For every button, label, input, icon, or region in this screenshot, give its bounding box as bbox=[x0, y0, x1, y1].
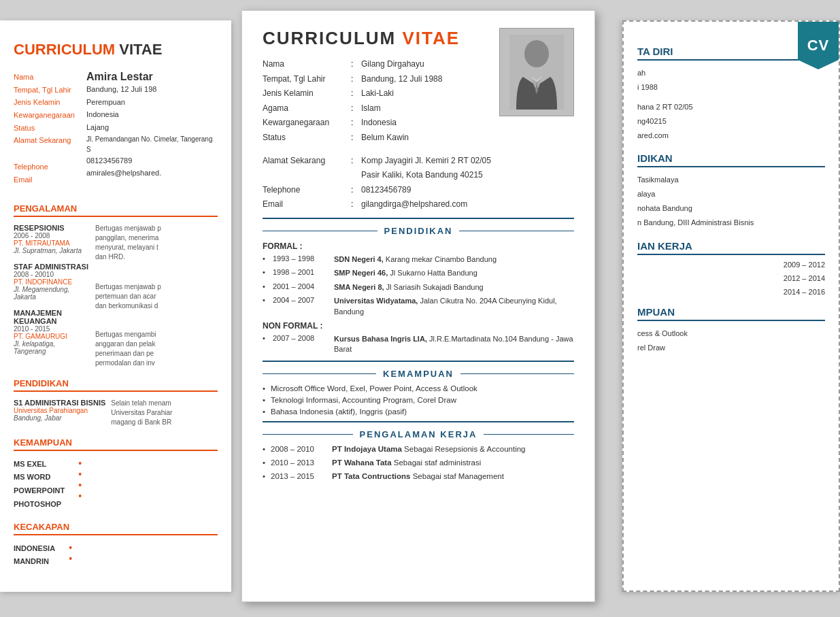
right-section-kemampuan: MPUAN bbox=[637, 306, 825, 321]
center-title: CURRICULUM VITAE bbox=[263, 28, 460, 49]
right-val-2: i 1988 bbox=[637, 80, 825, 95]
center-section-pengalaman: PENGALAMAN KERJA bbox=[263, 429, 574, 439]
job-location-1: Jl. Megamendung, Jakarta bbox=[14, 286, 88, 301]
skill-item-0: • Microsoft Office Word, Exel, Power Poi… bbox=[263, 384, 574, 393]
value-status-c: Belum Kawin bbox=[361, 131, 409, 146]
right-val-addr2: ng40215 bbox=[637, 114, 825, 129]
label-status: Status bbox=[14, 122, 81, 135]
exp-item-1: • 2010 – 2013 PT Wahana Tata Sebagai sta… bbox=[263, 458, 574, 467]
exp-item-0: • 2008 – 2010 PT Indojaya Utama Sebagai … bbox=[263, 445, 574, 453]
label-citizenship: Kewarganegaraan bbox=[14, 109, 81, 122]
center-personal-lower: Alamat Sekarang : Komp Jayagiri Jl. Kemi… bbox=[263, 154, 574, 212]
skill-0: MS EXEL bbox=[14, 458, 65, 471]
job-desc-1: Bertugas menjawab ppertemuan dan acardan… bbox=[95, 282, 218, 311]
right-edu-1: alaya bbox=[637, 187, 825, 201]
left-edu-detail: S1 ADMINISTRASI BISNIS Universitas Parah… bbox=[14, 399, 105, 427]
left-section-pendidikan: PENDIDIKAN bbox=[14, 378, 218, 392]
center-personal: Nama : Gilang Dirgahayu Tempat, Tgl Lahi… bbox=[263, 57, 460, 146]
left-curriculum: CURRICULUM bbox=[14, 41, 115, 58]
left-job-1: STAF ADMINISTRASI 2008 - 20010 PT. INDOF… bbox=[14, 263, 88, 301]
info-nama: Nama : Gilang Dirgahayu bbox=[263, 57, 460, 72]
job-location-0: Jl. Supratman, Jakarta bbox=[14, 247, 88, 254]
label-status-c: Status bbox=[263, 131, 351, 146]
photo-box bbox=[499, 28, 574, 116]
left-skill-dots: • • • • bbox=[78, 458, 82, 512]
left-jobs: RESEPSIONIS 2006 - 2008 PT. MITRAUTAMA J… bbox=[14, 224, 218, 368]
left-vitae: VITAE bbox=[119, 41, 162, 58]
center-section-kemampuan: KEMAMPUAN bbox=[263, 369, 574, 379]
right-skill-list: cess & Outlook rel Draw bbox=[637, 327, 825, 355]
nonformal-label: NON FORMAL : bbox=[263, 321, 574, 331]
value-kewarga-c: Indonesia bbox=[361, 116, 397, 131]
info-email: Email : gilangdirga@helpshared.com bbox=[263, 197, 574, 212]
value-telp-c: 08123456789 bbox=[361, 183, 411, 198]
skill-1: MS WORD bbox=[14, 471, 65, 484]
label-telephone: Telephone bbox=[14, 161, 81, 173]
info-telp: Telephone : 08123456789 bbox=[263, 183, 574, 198]
left-address: Jl. Pemandangan No. Cimelar, Tangerang S bbox=[86, 134, 218, 154]
edu-item-1: • 1998 – 2001 SMP Negeri 46, Jl Sukarno … bbox=[263, 268, 574, 278]
skill-2: POWERPOINT bbox=[14, 484, 65, 498]
left-lang-dots: • • bbox=[69, 542, 72, 569]
left-education: S1 ADMINISTRASI BISNIS Universitas Parah… bbox=[14, 399, 218, 427]
job-year-1: 2008 - 20010 bbox=[14, 271, 88, 278]
right-exp-1: 2012 – 2014 bbox=[637, 274, 825, 282]
left-edu-desc: Selain telah menamUniversitas Parahiarma… bbox=[111, 399, 172, 427]
job-year-2: 2010 - 2015 bbox=[14, 325, 88, 333]
right-section-pengalaman: IAN KERJA bbox=[637, 240, 825, 255]
left-gender: Perempuan bbox=[86, 96, 218, 109]
right-edu-list: Tasikmalaya alaya nohata Bandung n Bandu… bbox=[637, 173, 825, 230]
right-exp-0: 2009 – 2012 bbox=[637, 261, 825, 269]
right-edu-3: n Bandung, DIII Administrasi Bisnis bbox=[637, 216, 825, 230]
person-silhouette bbox=[509, 35, 564, 110]
left-status: Lajang bbox=[86, 121, 218, 134]
right-personal-values: ah i 1988 hana 2 RT 02/05 ng40215 ared.c… bbox=[637, 66, 825, 142]
left-job-2: MANAJEMEN KEUANGAN 2010 - 2015 PT. GAMAU… bbox=[14, 309, 88, 355]
left-values: Amira Lestar Bandung, 12 Juli 198 Peremp… bbox=[86, 71, 218, 193]
right-exp-2: 2014 – 2016 bbox=[637, 288, 825, 296]
badge-text: CV bbox=[807, 37, 830, 54]
exp-item-2: • 2013 – 2015 PT Tata Contructions Sebag… bbox=[263, 472, 574, 480]
job-company-0: PT. MITRAUTAMA bbox=[14, 239, 88, 247]
label-gender: Jenis Kelamin bbox=[14, 96, 81, 109]
left-section-kemampuan: KEMAMPUAN bbox=[14, 437, 218, 451]
left-title: CURRICULUM VITAE bbox=[14, 41, 218, 59]
job-title-2: MANAJEMEN KEUANGAN bbox=[14, 309, 88, 325]
job-location-2: Jl. kelapatiga, Tangerang bbox=[14, 340, 88, 355]
info-kewarga: Kewarganegaraan : Indonesia bbox=[263, 116, 460, 131]
left-section-kecakapan: KECAKAPAN bbox=[14, 522, 218, 535]
scene: CURRICULUM VITAE Nama Tempat, Tgl Lahir … bbox=[0, 0, 840, 617]
job-year-0: 2006 - 2008 bbox=[14, 232, 88, 239]
divider-3 bbox=[263, 421, 574, 422]
info-agama: Agama : Islam bbox=[263, 101, 460, 116]
left-edu-loc: Bandung, Jabar bbox=[14, 414, 105, 422]
left-skill-list: MS EXEL MS WORD POWERPOINT PHOTOSHOP bbox=[14, 458, 65, 512]
divider-1 bbox=[263, 218, 574, 219]
edu-item-2: • 2001 – 2004 SMA Negeri 8, Jl Sariasih … bbox=[263, 282, 574, 293]
formal-label: FORMAL : bbox=[263, 241, 574, 251]
cv-right: CV TA DIRI ah i 1988 hana 2 RT 02/05 ng4… bbox=[622, 20, 840, 592]
right-section-data-diri: TA DIRI bbox=[637, 46, 825, 61]
value-tempat-c: Bandung, 12 Juli 1988 bbox=[361, 72, 442, 87]
job-title-0: RESEPSIONIS bbox=[14, 224, 88, 232]
label-nama: Nama bbox=[14, 71, 81, 84]
svg-point-1 bbox=[524, 40, 549, 67]
right-section-pendidikan: IDIKAN bbox=[637, 152, 825, 167]
left-skills: MS EXEL MS WORD POWERPOINT PHOTOSHOP • •… bbox=[14, 458, 218, 512]
cv-center: CURRICULUM VITAE Nama : Gilang Dirgahayu… bbox=[241, 10, 595, 602]
info-tempat: Tempat, Tgl Lahir : Bandung, 12 Juli 198… bbox=[263, 72, 460, 87]
left-edu-degree: S1 ADMINISTRASI BISNIS bbox=[14, 399, 105, 407]
label-alamat-c: Alamat Sekarang bbox=[263, 154, 351, 183]
nonformal-item-0: • 2007 – 2008 Kursus Bahasa Ingris LIA, … bbox=[263, 334, 574, 355]
label-agama-c: Agama bbox=[263, 101, 351, 116]
cv-left: CURRICULUM VITAE Nama Tempat, Tgl Lahir … bbox=[0, 20, 231, 592]
value-alamat-c: Komp Jayagiri Jl. Kemiri 2 RT 02/05Pasir… bbox=[361, 154, 491, 183]
right-skill-1: rel Draw bbox=[637, 341, 825, 355]
left-job-titles: RESEPSIONIS 2006 - 2008 PT. MITRAUTAMA J… bbox=[14, 224, 88, 368]
center-section-pendidikan: PENDIDIKAN bbox=[263, 226, 574, 236]
info-status: Status : Belum Kawin bbox=[263, 131, 460, 146]
left-lang-list: INDONESIA MANDRIN bbox=[14, 542, 55, 569]
info-jenis: Jenis Kelamin : Laki-Laki bbox=[263, 86, 460, 101]
label-address: Alamat Sekarang bbox=[14, 134, 81, 147]
left-languages: INDONESIA MANDRIN • • bbox=[14, 542, 218, 569]
